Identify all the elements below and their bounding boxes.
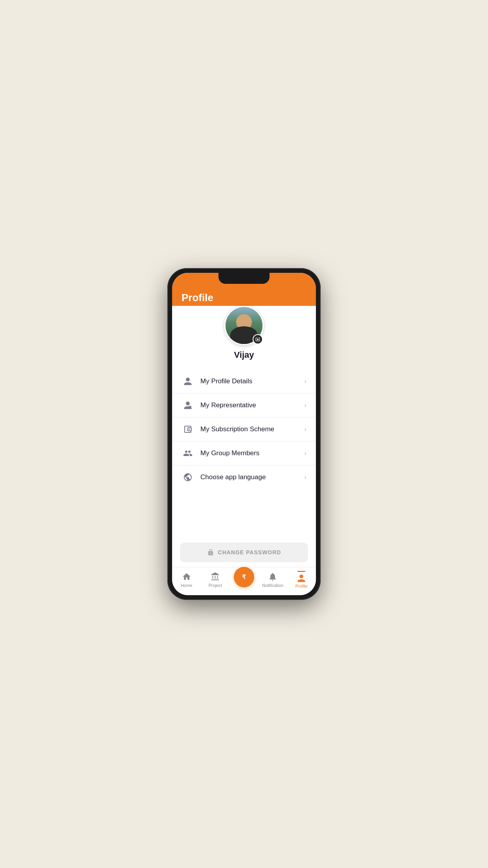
nav-label-notification: Notification (262, 583, 283, 588)
svg-point-2 (189, 429, 190, 430)
project-icon (211, 572, 220, 581)
nav-label-profile: Profile (295, 584, 308, 588)
lock-icon (207, 549, 214, 556)
nav-item-notification[interactable]: Notification (259, 572, 287, 588)
svg-text:✓: ✓ (189, 406, 191, 408)
nav-item-rupee[interactable]: ₹ (229, 572, 258, 587)
home-icon (182, 572, 191, 581)
bottom-nav: Home Project ₹ (172, 567, 316, 595)
rupee-button[interactable]: ₹ (234, 567, 254, 587)
chevron-icon: › (305, 402, 306, 409)
person-icon (182, 377, 194, 386)
svg-text:₹: ₹ (242, 574, 246, 580)
chevron-icon: › (305, 450, 306, 457)
profile-icon (297, 574, 306, 583)
avatar-wrapper[interactable] (224, 306, 264, 345)
menu-item-subscription[interactable]: My Subscription Scheme › (172, 417, 316, 441)
notification-icon (268, 572, 277, 581)
phone-screen: Profile Vijay (172, 273, 316, 595)
menu-item-group-members[interactable]: My Group Members › (172, 441, 316, 465)
notch (218, 273, 270, 284)
change-password-button[interactable]: CHANGE PASSWORD (180, 542, 308, 562)
chevron-icon: › (305, 378, 306, 385)
active-indicator (297, 571, 305, 572)
chevron-icon: › (305, 426, 306, 433)
menu-item-language[interactable]: Choose app language › (172, 465, 316, 489)
menu-item-representative[interactable]: ✓ My Representative › (172, 394, 316, 417)
menu-label-group-members: My Group Members (200, 449, 305, 457)
wallet-icon (182, 425, 194, 434)
camera-icon (255, 337, 261, 342)
change-password-section: CHANGE PASSWORD (172, 536, 316, 567)
nav-item-home[interactable]: Home (172, 572, 201, 588)
chevron-icon: › (305, 474, 306, 481)
menu-label-subscription: My Subscription Scheme (200, 425, 305, 433)
camera-badge[interactable] (253, 334, 263, 344)
rupee-icon: ₹ (239, 572, 249, 582)
nav-item-profile[interactable]: Profile (287, 571, 316, 588)
menu-item-profile-details[interactable]: My Profile Details › (172, 370, 316, 394)
page-title: Profile (182, 292, 306, 304)
change-password-label: CHANGE PASSWORD (218, 549, 281, 555)
person-badge-icon: ✓ (182, 401, 194, 410)
menu-label-language: Choose app language (200, 473, 305, 481)
menu-list: My Profile Details › ✓ My Representative… (172, 366, 316, 536)
menu-label-representative: My Representative (200, 401, 305, 409)
menu-label-profile-details: My Profile Details (200, 377, 305, 385)
globe-icon (182, 473, 194, 482)
phone-shell: Profile Vijay (167, 268, 321, 600)
nav-item-project[interactable]: Project (201, 572, 229, 588)
user-name: Vijay (234, 350, 254, 360)
avatar-section: Vijay (172, 306, 316, 366)
nav-label-project: Project (209, 583, 222, 588)
group-icon (182, 449, 194, 458)
nav-label-home: Home (181, 583, 192, 588)
